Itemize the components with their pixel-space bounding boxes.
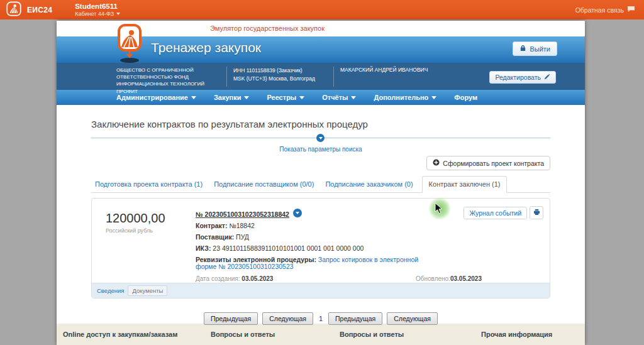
org-info-band: ОБЩЕСТВО С ОГРАНИЧЕННОЙ ОТВЕТСТВЕННОСТЬЮ… <box>57 63 585 90</box>
card-footer-tabs: Сведения Документы <box>92 283 550 298</box>
lock-icon <box>519 45 526 53</box>
tab-contract-concluded[interactable]: Контракт заключен (1) <box>422 176 508 193</box>
prev-page-button[interactable]: Предыдущая <box>204 312 258 325</box>
username: Student6511 <box>75 3 120 11</box>
next-page-button[interactable]: Следующая <box>262 312 313 325</box>
search-params-divider <box>91 138 550 138</box>
chevron-down-icon <box>431 96 436 102</box>
org-inn: ИНН 1101158839 (Заказчик) <box>233 67 332 75</box>
page-container: Эмулятор государственных закупок Тренаже… <box>57 21 585 345</box>
org-details: ИНН 1101158839 (Заказчик) MSK (UTC+3) Мо… <box>226 67 332 87</box>
pagination: Предыдущая Следующая 1 Предыдущая Следую… <box>91 312 550 325</box>
nav-item-reports[interactable]: Отчёты <box>322 94 356 102</box>
chevron-down-icon <box>351 96 356 102</box>
contract-card: 120000,00 Российский рубль № 20230510031… <box>91 198 550 298</box>
plus-circle-icon <box>433 159 440 167</box>
created-value: 03.05.2023 <box>242 275 273 282</box>
cabinet-label: Кабинет 44-ФЗ <box>75 11 114 17</box>
nav-item-forum[interactable]: Форум <box>454 94 477 101</box>
user-fullname: МАКАРСКИЙ АНДРЕЙ ИВАНОВИЧ <box>333 67 497 87</box>
chevron-down-icon <box>116 13 120 17</box>
contract-details: № 20230510031023052318842 Контракт: №188… <box>196 211 424 275</box>
create-contract-button[interactable]: Сформировать проект контракта <box>426 156 550 170</box>
event-journal-button[interactable]: Журнал событий <box>464 207 527 219</box>
expand-search-icon[interactable] <box>316 134 325 142</box>
eis-logo-icon <box>6 1 21 19</box>
updated-label: Обновлено: <box>416 275 450 282</box>
pencil-icon <box>544 74 550 81</box>
brand-label: ЕИС24 <box>27 6 52 14</box>
create-contract-label: Сформировать проект контракта <box>443 160 544 167</box>
chevron-down-icon <box>244 96 249 102</box>
nav-label: Форум <box>454 94 477 101</box>
feedback-link[interactable]: Обратная связь <box>575 6 635 14</box>
app-title: Тренажер закупок <box>151 40 261 55</box>
tab-customer-signing[interactable]: Подписание заказчиком (0) <box>323 177 415 192</box>
org-timezone: MSK (UTC+3) Москва, Волгоград <box>233 75 332 83</box>
contract-amount-block: 120000,00 Российский рубль <box>106 211 165 234</box>
contract-number-link[interactable]: № 20230510031023052318842 <box>196 211 289 218</box>
contract-currency: Российский рубль <box>106 227 165 234</box>
contract-value: №18842 <box>229 222 254 229</box>
footer-heading-qna-1: Вопросы и ответы <box>211 331 340 338</box>
card-tab-info[interactable]: Сведения <box>97 287 124 294</box>
prev-page-button-2[interactable]: Предыдущая <box>328 312 382 325</box>
nav-label: Дополнительно <box>374 94 428 101</box>
chat-bubble-icon <box>627 6 635 14</box>
user-block: Student6511 Кабинет 44-ФЗ <box>75 3 120 18</box>
topbar: ЕИС24 Student6511 Кабинет 44-ФЗ Обратная… <box>0 0 644 19</box>
cabinet-dropdown[interactable]: Кабинет 44-ФЗ <box>75 11 120 17</box>
created-label: Дата создания: <box>196 275 240 282</box>
card-tab-documents[interactable]: Документы <box>128 285 167 296</box>
contract-amount: 120000,00 <box>106 211 165 226</box>
contract-label: Контракт: <box>196 222 227 229</box>
ikz-value: 23 49110115883911010101001 0001 001 0000… <box>213 244 364 252</box>
footer-heading-qna-2: Вопросы и ответы <box>340 331 481 338</box>
contract-stage-tabs: Подготовка проекта контракта (1) Подписа… <box>91 176 550 193</box>
footer-heading-other-info: Прочая информация <box>481 331 585 338</box>
print-button[interactable] <box>530 206 543 219</box>
logout-button[interactable]: Выйти <box>513 41 557 56</box>
chevron-down-icon <box>319 137 323 141</box>
page-title: Заключение контрактов по результатам эле… <box>91 105 550 129</box>
footer-heading-online-access: Online доступ к закупкам/заказам <box>63 331 211 338</box>
chevron-down-icon <box>299 96 304 102</box>
next-page-button-2[interactable]: Следующая <box>387 312 438 325</box>
edit-button[interactable]: Редактировать <box>489 71 556 84</box>
edit-label: Редактировать <box>495 74 541 81</box>
logout-label: Выйти <box>530 45 550 53</box>
supplier-value: ПУД <box>236 233 249 241</box>
printer-icon <box>533 208 540 217</box>
chevron-down-icon <box>191 96 196 102</box>
nav-label: Закупки <box>214 94 242 101</box>
app-logo-icon <box>115 23 144 65</box>
nav-label: Отчёты <box>322 94 348 101</box>
feedback-label: Обратная связь <box>575 6 624 14</box>
app-header: Тренажер закупок Выйти <box>57 36 585 63</box>
show-search-params-link[interactable]: Показать параметры поиска <box>279 146 362 153</box>
main-content: Заключение контрактов по результатам эле… <box>57 105 585 324</box>
nav-label: Реестры <box>267 94 296 101</box>
contract-dropdown-icon[interactable] <box>293 209 302 217</box>
nav-item-additional[interactable]: Дополнительно <box>374 94 436 102</box>
updated-value: 03.05.2023 <box>450 275 482 282</box>
ikz-label: ИКЗ: <box>196 244 211 252</box>
current-page-number: 1 <box>318 315 324 322</box>
tab-draft-preparation[interactable]: Подготовка проекта контракта (1) <box>92 177 205 192</box>
tab-supplier-signing[interactable]: Подписание поставщиком (0/0) <box>211 177 316 192</box>
eis-home-link[interactable]: ЕИС24 <box>6 1 52 19</box>
chevron-down-icon <box>296 212 299 216</box>
supplier-label: Поставщик: <box>196 233 234 241</box>
nav-item-registries[interactable]: Реестры <box>267 94 304 102</box>
page-footer: Online доступ к закупкам/заказам Вопросы… <box>57 324 585 345</box>
org-name: ОБЩЕСТВО С ОГРАНИЧЕННОЙ ОТВЕТСТВЕННОСТЬЮ… <box>116 67 225 95</box>
contract-meta: Дата создания: 03.05.2023 Обновлено:03.0… <box>196 275 537 282</box>
nav-label: Администрирование <box>116 94 188 101</box>
